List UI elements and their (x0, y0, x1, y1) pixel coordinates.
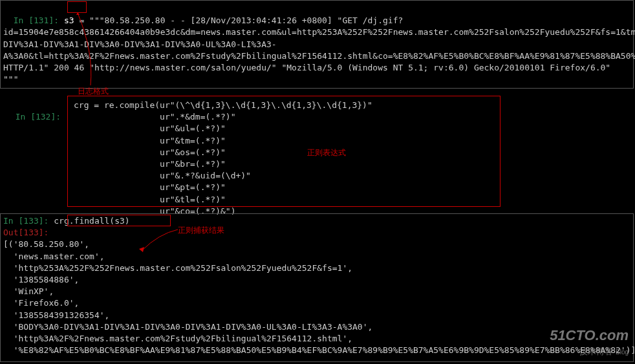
in-prompt-num-133: 133 (23, 216, 38, 226)
annotation-box-regex (67, 96, 500, 207)
annotation-label-capture: 正则捕获结果 (178, 225, 224, 236)
annotation-label-regex: 正则表达式 (307, 147, 346, 158)
in-prompt-end-132: ]: (50, 112, 61, 122)
watermark-main: 51CTO.com (550, 326, 629, 346)
watermark: 51CTO.com 技术博客 Blog (550, 326, 629, 358)
in-prompt-num-131: 131 (34, 16, 48, 25)
in-prompt-end-133: ]: (39, 216, 49, 226)
in-prompt-132: In [ (16, 112, 36, 122)
code-131: = """80.58.250.80 - - [28/Nov/2013:04:41… (3, 16, 635, 84)
code-cell-133: In [133]: crg.findall(s3) Out[133]: [('8… (0, 213, 634, 362)
annotation-box-log (67, 1, 87, 13)
var-s3: s3 (64, 16, 74, 25)
code-cell-131: In [131]: s3 = """80.58.250.80 - - [28/N… (0, 0, 634, 89)
out-prompt-133: Out[ (3, 228, 23, 237)
out-prompt-end-133: ]: (39, 228, 49, 237)
in-prompt-num-132: 132 (36, 112, 50, 122)
code-cell-132: In [132]: (3, 98, 63, 124)
annotation-box-findall (67, 215, 171, 226)
in-prompt-131: In [ (14, 16, 34, 25)
cell-133-out-row: Out[133]: (3, 227, 630, 239)
out-prompt-num-133: 133 (23, 228, 38, 237)
in-prompt-133: In [ (3, 216, 23, 226)
in-prompt-end-131: ]: (48, 16, 59, 25)
watermark-sub: 技术博客 Blog (550, 346, 629, 358)
output-133: [('80.58.250.80', 'news.master.com', 'ht… (3, 239, 630, 356)
